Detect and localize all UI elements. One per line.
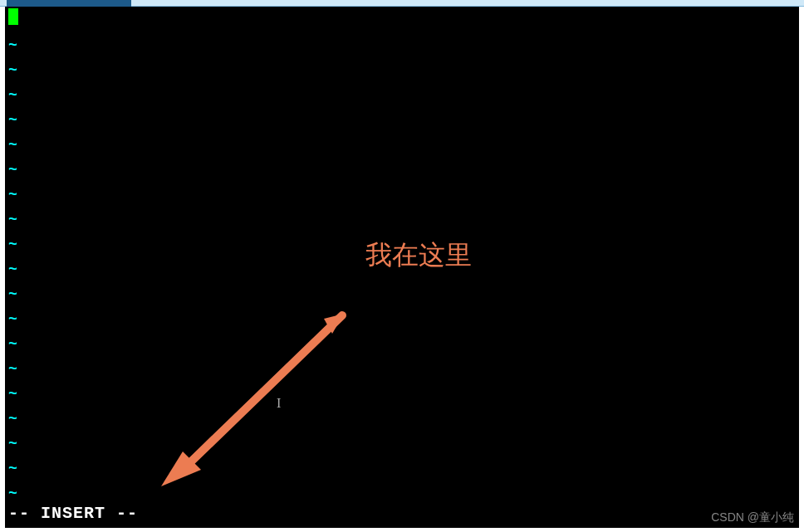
terminal-tab[interactable] (7, 0, 131, 7)
tilde-line: ~ (8, 207, 17, 232)
tilde-line: ~ (8, 232, 17, 257)
editor-cursor (8, 8, 18, 25)
svg-marker-1 (161, 451, 201, 486)
tilde-line: ~ (8, 456, 17, 481)
tilde-line: ~ (8, 33, 17, 58)
tilde-line: ~ (8, 432, 17, 456)
tilde-line: ~ (8, 407, 17, 432)
tilde-line: ~ (8, 83, 17, 108)
tilde-line: ~ (8, 108, 17, 133)
tilde-line: ~ (8, 133, 17, 158)
tilde-line: ~ (8, 282, 17, 307)
vim-status-mode: -- INSERT -- (8, 501, 138, 526)
tilde-line: ~ (8, 183, 17, 207)
tilde-line: ~ (8, 332, 17, 357)
mouse-text-cursor-icon: I (277, 391, 281, 416)
tilde-line: ~ (8, 307, 17, 332)
tilde-line: ~ (8, 357, 17, 382)
annotation-label: 我在这里 (365, 242, 472, 267)
tilde-line: ~ (8, 158, 17, 183)
tilde-line: ~ (8, 58, 17, 83)
window-title-bar (0, 0, 804, 7)
annotation-arrow-icon (151, 310, 351, 493)
svg-marker-2 (324, 314, 344, 334)
terminal-editor-area[interactable]: ~ ~ ~ ~ ~ ~ ~ ~ ~ ~ ~ ~ ~ ~ ~ ~ ~ ~ ~ --… (5, 7, 799, 528)
svg-line-0 (184, 315, 342, 468)
tilde-column: ~ ~ ~ ~ ~ ~ ~ ~ ~ ~ ~ ~ ~ ~ ~ ~ ~ ~ ~ (8, 33, 17, 506)
watermark-text: CSDN @童小纯 (711, 510, 794, 525)
tilde-line: ~ (8, 382, 17, 407)
tilde-line: ~ (8, 257, 17, 282)
